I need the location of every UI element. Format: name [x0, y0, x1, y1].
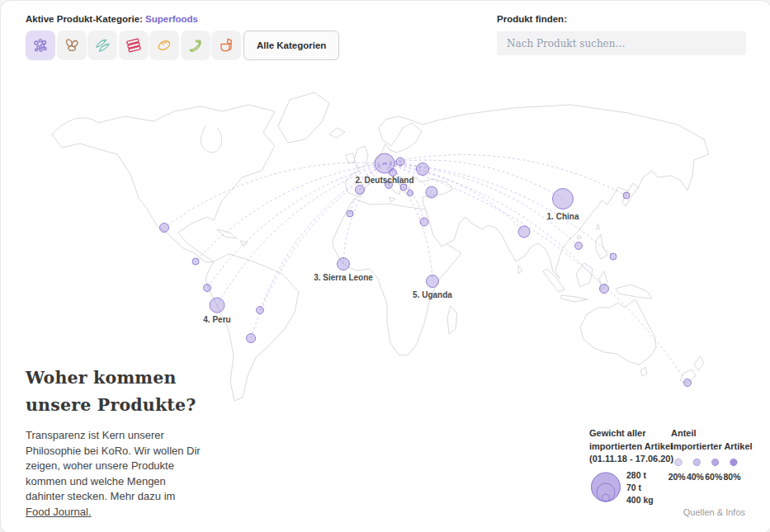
map-bubble[interactable]	[356, 186, 365, 195]
map-bubble[interactable]	[192, 258, 199, 265]
weight-legend-values: 280 t70 t400 kg	[626, 470, 654, 506]
weight-legend-line2: importierten Artikel	[589, 440, 673, 454]
share-legend-line2: importierter Artikel	[671, 440, 753, 454]
share-legend-circle	[730, 459, 737, 465]
category-button-vegetables[interactable]	[181, 31, 210, 60]
product-search-input[interactable]	[497, 31, 746, 55]
nuts-icon	[63, 36, 81, 54]
intro-paragraph: Transparenz ist Kern unserer Philosophie…	[26, 428, 205, 520]
map-bubble[interactable]	[160, 224, 169, 233]
bubble-rank-label: 2. Deutschland	[355, 176, 413, 185]
share-legend-circles	[669, 455, 748, 469]
bubble-rank-label: 3. Sierra Leone	[314, 273, 373, 282]
category-button-bread[interactable]	[149, 31, 179, 60]
category-button-nuts[interactable]	[57, 31, 87, 60]
all-categories-button[interactable]: Alle Kategorien	[243, 31, 339, 60]
weight-legend-circles	[583, 464, 631, 503]
map-bubble[interactable]	[610, 253, 616, 260]
map-bubble[interactable]	[204, 285, 211, 292]
sources-link[interactable]: Quellen & Infos	[683, 507, 745, 517]
map-bubble[interactable]	[684, 379, 692, 387]
category-filter-row: Alle Kategorien	[26, 31, 339, 60]
active-category-value: Superfoods	[145, 14, 198, 24]
category-button-superfoods[interactable]	[26, 31, 55, 60]
bubble-rank-label: 1. China	[547, 212, 579, 221]
share-legend-values: 20%40%60%80%	[668, 472, 741, 482]
search-label: Produkt finden:	[497, 14, 567, 24]
map-bubble[interactable]	[553, 189, 574, 210]
page-title-line1: Woher kommen	[26, 368, 177, 388]
map-bubble[interactable]	[575, 242, 583, 250]
category-button-bars[interactable]	[119, 31, 149, 60]
map-bubble[interactable]	[426, 186, 437, 198]
bread-icon	[155, 36, 173, 54]
page-title-line2: unsere Produkte?	[26, 395, 196, 415]
map-bubble[interactable]	[400, 184, 407, 191]
share-legend-value: 40%	[686, 472, 704, 482]
weight-legend-value: 400 kg	[626, 495, 654, 507]
food-journal-link[interactable]: Food Journal.	[26, 505, 92, 520]
share-legend-value: 60%	[705, 472, 723, 482]
product-map-card: 2. Deutschland3. Sierra Leone5. Uganda4.…	[0, 0, 770, 532]
map-bubble[interactable]	[338, 258, 350, 271]
page-title: Woher kommen unsere Produkte?	[26, 365, 215, 419]
share-legend-circle	[693, 459, 700, 465]
category-button-spreads[interactable]	[211, 31, 241, 60]
share-legend-circle	[711, 459, 718, 465]
weight-legend-value: 70 t	[626, 483, 654, 495]
map-bubble[interactable]	[623, 192, 630, 199]
map-bubble[interactable]	[247, 334, 256, 343]
berries-icon	[31, 36, 50, 54]
map-bubble[interactable]	[427, 275, 439, 288]
map-bubble[interactable]	[417, 163, 429, 176]
share-legend-circle	[675, 459, 682, 465]
active-category-caption: Aktive Produkt-Kategorie:	[26, 14, 143, 24]
map-bubble[interactable]	[210, 298, 224, 313]
jar-icon	[217, 36, 235, 54]
weight-legend-circle	[592, 473, 621, 501]
active-category-label: Aktive Produkt-Kategorie: Superfoods	[26, 14, 198, 24]
bubble-rank-label: 4. Peru	[203, 315, 230, 324]
continents	[52, 92, 709, 401]
share-legend-value: 20%	[668, 472, 686, 482]
intro-text: Transparenz ist Kern unserer Philosophie…	[26, 429, 201, 502]
dried-fruit-icon	[93, 36, 111, 54]
share-legend-title: Anteil importierter Artikel	[671, 427, 753, 453]
map-bubble[interactable]	[347, 210, 353, 217]
share-legend-line1: Anteil	[671, 427, 753, 440]
map-bubble[interactable]	[600, 285, 609, 294]
intro-block: Woher kommen unsere Produkte? Transparen…	[26, 365, 215, 520]
bubble-rank-label: 5. Uganda	[413, 290, 452, 299]
vegetable-icon	[187, 36, 205, 54]
map-bubble[interactable]	[257, 307, 264, 314]
category-button-dried-fruit[interactable]	[87, 31, 117, 60]
weight-legend-title: Gewicht aller importierten Artikel (01.1…	[589, 427, 673, 466]
bars-icon	[125, 36, 143, 54]
map-bubble[interactable]	[396, 158, 404, 166]
map-bubble[interactable]	[408, 191, 413, 196]
weight-legend-value: 280 t	[626, 470, 654, 483]
share-legend-value: 80%	[723, 472, 741, 482]
weight-legend-line1: Gewicht aller	[589, 427, 673, 440]
map-bubble[interactable]	[518, 226, 530, 238]
map-bubble[interactable]	[420, 218, 428, 226]
